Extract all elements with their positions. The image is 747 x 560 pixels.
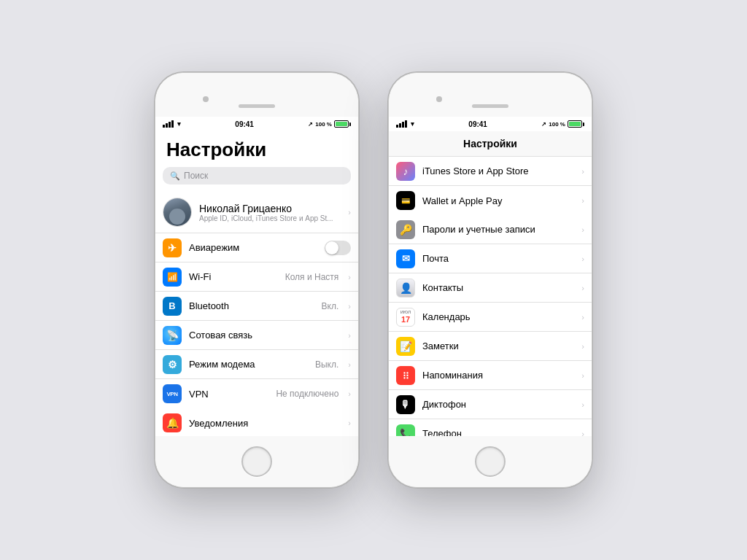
nav-title-right: Настройки xyxy=(463,138,517,149)
status-bar-right: ▾ 09:41 ↗ 100 % xyxy=(389,117,592,131)
wifi-status-icon: ▾ xyxy=(177,120,181,128)
calendar-icon: ИЮЛ 17 xyxy=(396,308,415,327)
battery-percent-left: 100 % xyxy=(315,121,332,128)
vpn-icon: VPN xyxy=(163,384,182,403)
itunes-icon: ♪ xyxy=(396,162,415,181)
search-bar[interactable]: 🔍 Поиск xyxy=(163,167,351,184)
row-contacts[interactable]: 👤 Контакты › xyxy=(389,273,592,303)
home-button-left[interactable] xyxy=(241,446,272,477)
phone-right: ▾ 09:41 ↗ 100 % Настройки xyxy=(388,72,592,488)
status-right-left: ↗ 100 % xyxy=(308,120,351,128)
status-left: ▾ xyxy=(163,120,181,128)
hotspot-chevron: › xyxy=(348,360,351,369)
airplane-label: Авиарежим xyxy=(189,242,317,253)
voicememo-chevron: › xyxy=(581,400,584,409)
row-voicememo[interactable]: 🎙 Диктофон › xyxy=(389,390,592,419)
screen-content-left: Настройки 🔍 Поиск Николай Грицаенко Appl… xyxy=(155,131,358,436)
reminders-icon: ⁝⁝ xyxy=(396,366,415,385)
mail-chevron: › xyxy=(581,254,584,263)
row-notifications[interactable]: 🔔 Уведомления › xyxy=(155,408,358,436)
section-notifications: 🔔 Уведомления › xyxy=(155,408,358,436)
camera-left xyxy=(203,96,209,102)
row-wallet[interactable]: 💳 Wallet и Apple Pay › xyxy=(389,186,592,215)
phone-top-right xyxy=(389,73,592,117)
location-icon-right: ↗ xyxy=(541,121,546,128)
profile-row[interactable]: Николай Грицаенко Apple ID, iCloud, iTun… xyxy=(155,192,358,233)
cellular-chevron: › xyxy=(348,331,351,340)
vpn-value: Не подключено xyxy=(276,389,338,399)
battery-percent-right: 100 % xyxy=(549,121,565,128)
row-cellular[interactable]: 📡 Сотовая связь › xyxy=(155,321,358,350)
row-notes[interactable]: 📝 Заметки › xyxy=(389,332,592,361)
status-right-right: ↗ 100 % xyxy=(541,120,584,128)
airplane-toggle[interactable] xyxy=(325,241,351,255)
row-phone[interactable]: 📞 Телефон › xyxy=(389,419,592,436)
passwords-icon: 🔑 xyxy=(396,220,415,239)
notifications-label: Уведомления xyxy=(189,418,338,429)
location-icon: ↗ xyxy=(308,121,313,128)
voicememo-label: Диктофон xyxy=(422,399,572,410)
bar4 xyxy=(171,120,174,128)
camera-right xyxy=(436,96,442,102)
phone-top-left xyxy=(155,73,358,117)
wifi-chevron: › xyxy=(348,273,351,281)
wallet-icon: 💳 xyxy=(396,191,415,210)
cellular-label: Сотовая связь xyxy=(189,330,338,341)
bluetooth-icon: B xyxy=(163,297,182,316)
row-vpn[interactable]: VPN VPN Не подключено › xyxy=(155,379,358,408)
speaker-left xyxy=(239,104,275,108)
row-hotspot[interactable]: ⚙ Режим модема Выкл. › xyxy=(155,350,358,379)
row-passwords[interactable]: 🔑 Пароли и учетные записи › xyxy=(389,215,592,244)
battery-left xyxy=(334,120,351,128)
search-placeholder: Поиск xyxy=(184,171,208,181)
wifi-label: Wi-Fi xyxy=(189,271,278,282)
notes-chevron: › xyxy=(581,342,584,351)
wallet-chevron: › xyxy=(581,196,584,205)
battery-fill xyxy=(336,122,347,126)
vpn-label: VPN xyxy=(189,389,268,400)
mail-label: Почта xyxy=(422,253,572,264)
row-reminders[interactable]: ⁝⁝ Напоминания › xyxy=(389,361,592,390)
airplane-icon: ✈ xyxy=(163,238,182,257)
bluetooth-chevron: › xyxy=(348,302,351,311)
row-itunes[interactable]: ♪ iTunes Store и App Store › xyxy=(389,157,592,186)
battery-fill-right xyxy=(569,122,581,126)
battery-body-right xyxy=(568,120,582,128)
avatar-head xyxy=(169,209,185,225)
wallet-label: Wallet и Apple Pay xyxy=(422,195,572,206)
row-bluetooth[interactable]: B Bluetooth Вкл. › xyxy=(155,292,358,321)
passwords-label: Пароли и учетные записи xyxy=(422,224,572,235)
row-wifi[interactable]: 📶 Wi-Fi Коля и Настя › xyxy=(155,262,358,292)
hotspot-icon: ⚙ xyxy=(163,355,182,374)
phone-bottom-right xyxy=(389,436,592,487)
voicememo-icon: 🎙 xyxy=(396,395,415,414)
signal-bars xyxy=(163,120,174,128)
calendar-chevron: › xyxy=(581,313,584,322)
speaker-right xyxy=(472,104,508,108)
toggle-knob xyxy=(325,241,338,254)
battery-tip xyxy=(349,122,351,126)
reminders-label: Напоминания xyxy=(422,370,572,381)
itunes-chevron: › xyxy=(581,167,584,176)
avatar-inner xyxy=(163,198,191,226)
nav-title-bar: Настройки xyxy=(389,131,592,157)
avatar xyxy=(163,198,192,227)
home-button-right[interactable] xyxy=(475,446,506,477)
wifi-value: Коля и Настя xyxy=(285,272,339,282)
itunes-label: iTunes Store и App Store xyxy=(422,166,572,176)
hotspot-label: Режим модема xyxy=(189,359,308,370)
calendar-label: Календарь xyxy=(422,311,572,322)
cellular-icon: 📡 xyxy=(163,326,182,345)
section-connectivity: ✈ Авиарежим 📶 Wi-Fi Коля и Настя › xyxy=(155,233,358,408)
settings-title-left: Настройки xyxy=(155,131,358,167)
reminders-chevron: › xyxy=(581,371,584,380)
row-calendar[interactable]: ИЮЛ 17 Календарь › xyxy=(389,303,592,332)
mail-icon: ✉ xyxy=(396,249,415,268)
screen-right: ▾ 09:41 ↗ 100 % Настройки xyxy=(389,117,592,436)
row-airplane[interactable]: ✈ Авиарежим xyxy=(155,233,358,262)
row-mail[interactable]: ✉ Почта › xyxy=(389,244,592,273)
battery-tip-right xyxy=(583,122,584,126)
phone-icon: 📞 xyxy=(396,424,415,437)
screen-left: ▾ 09:41 ↗ 100 % Настройки xyxy=(155,117,358,436)
bluetooth-label: Bluetooth xyxy=(189,300,314,311)
